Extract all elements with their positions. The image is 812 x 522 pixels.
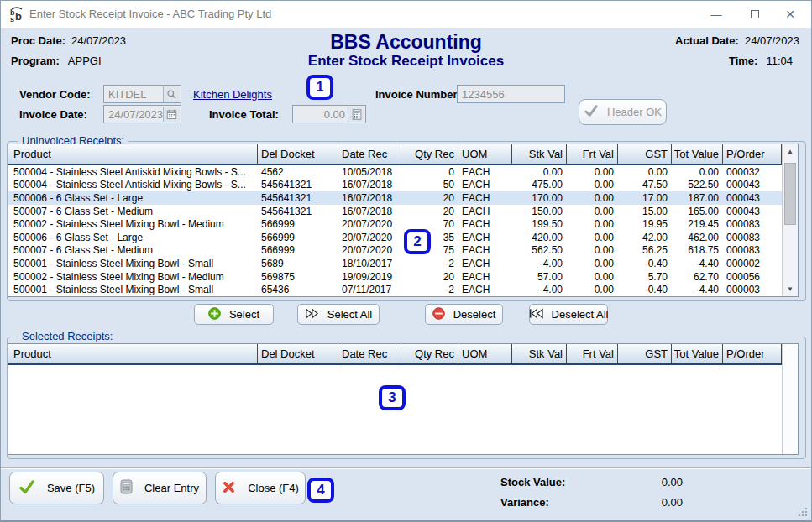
cell-p_order: 000043 bbox=[723, 205, 782, 218]
cell-product: 500001 - Stainless Steel Mixing Bowl - S… bbox=[8, 257, 258, 270]
time: Time:11:04 bbox=[729, 55, 793, 67]
column-header-product[interactable]: Product bbox=[8, 144, 258, 164]
plus-circle-icon bbox=[208, 307, 221, 322]
invoice-date-value: 24/07/2023 bbox=[108, 108, 163, 121]
uninvoiced-scrollbar[interactable]: ▲ ▼ bbox=[782, 144, 798, 296]
title-bar[interactable]: b s b Enter Stock Receipt Invoice - ABC … bbox=[1, 1, 811, 28]
column-header-qty_rec[interactable]: Qty Rec bbox=[401, 344, 458, 363]
receipt-row[interactable]: 500007 - 6 Glass Set - Medium54564132116… bbox=[8, 205, 782, 218]
clear-entry-label: Clear Entry bbox=[144, 482, 199, 494]
close-button[interactable]: Close (F4) bbox=[215, 472, 306, 504]
bsb-logo-icon: b s b bbox=[9, 6, 24, 26]
vendor-lookup-button[interactable] bbox=[163, 86, 180, 102]
cell-frt_val: 0.00 bbox=[567, 231, 618, 244]
invoice-number-field[interactable]: 1234556 bbox=[457, 85, 565, 103]
save-button[interactable]: Save (F5) bbox=[9, 472, 104, 504]
cell-product: 500007 - 6 Glass Set - Medium bbox=[8, 205, 258, 218]
column-header-tot_value[interactable]: Tot Value bbox=[672, 144, 723, 164]
column-header-tot_value[interactable]: Tot Value bbox=[672, 344, 723, 363]
scroll-down-icon[interactable]: ▼ bbox=[783, 282, 798, 296]
cell-tot_value: 219.45 bbox=[672, 217, 723, 231]
column-header-qty_rec[interactable]: Qty Rec bbox=[401, 144, 458, 164]
cell-gst: 56.25 bbox=[618, 244, 672, 258]
cell-del_docket: 566999 bbox=[258, 231, 338, 244]
cell-frt_val: 0.00 bbox=[567, 217, 618, 231]
invoice-date-field[interactable]: 24/07/2023 bbox=[103, 105, 181, 123]
column-header-del_docket[interactable]: Del Docket bbox=[258, 144, 338, 164]
cell-tot_value: 165.00 bbox=[672, 205, 723, 218]
select-button[interactable]: Select bbox=[194, 304, 274, 325]
cell-qty_rec: 20 bbox=[401, 205, 458, 218]
resize-grip[interactable] bbox=[799, 508, 807, 516]
cell-date_rec: 19/09/2019 bbox=[338, 270, 401, 284]
selected-scrollbar[interactable] bbox=[782, 344, 798, 454]
cell-tot_value: 618.75 bbox=[672, 244, 723, 258]
select-all-label: Select All bbox=[327, 308, 372, 321]
column-header-stk_val[interactable]: Stk Val bbox=[512, 144, 567, 164]
cell-date_rec: 16/07/2018 bbox=[338, 191, 401, 205]
close-window-button[interactable]: ✕ bbox=[776, 1, 804, 28]
check-icon bbox=[584, 104, 599, 120]
select-all-button[interactable]: Select All bbox=[297, 304, 380, 325]
column-header-stk_val[interactable]: Stk Val bbox=[512, 344, 567, 363]
column-header-date_rec[interactable]: Date Rec bbox=[338, 344, 401, 363]
deselect-button[interactable]: Deselect bbox=[425, 304, 503, 325]
window-title: Enter Stock Receipt Invoice - ABC Tradin… bbox=[29, 8, 271, 20]
stock-value-label: Stock Value: bbox=[500, 476, 565, 488]
cell-uom: EACH bbox=[458, 270, 512, 284]
cell-product: 500004 - Stainless Steel Antiskid Mixing… bbox=[8, 165, 258, 179]
deselect-all-button[interactable]: Deselect All bbox=[529, 304, 608, 325]
column-header-gst[interactable]: GST bbox=[618, 144, 672, 164]
calendar-button[interactable] bbox=[163, 107, 180, 122]
uninvoiced-grid-body: 500004 - Stainless Steel Antiskid Mixing… bbox=[8, 165, 782, 296]
column-header-date_rec[interactable]: Date Rec bbox=[338, 144, 401, 164]
column-header-frt_val[interactable]: Frt Val bbox=[567, 144, 618, 164]
column-header-product[interactable]: Product bbox=[8, 344, 258, 363]
column-header-p_order[interactable]: P/Order bbox=[723, 144, 782, 164]
column-header-uom[interactable]: UOM bbox=[458, 344, 512, 363]
invoice-total-field[interactable]: 0.00 bbox=[292, 105, 366, 123]
close-x-icon bbox=[222, 480, 236, 497]
receipt-row[interactable]: 500002 - Stainless Steel Mixing Bowl - M… bbox=[8, 270, 782, 284]
maximize-button[interactable] bbox=[741, 1, 769, 28]
receipt-row[interactable]: 500006 - 6 Glass Set - Large54564132116/… bbox=[8, 191, 782, 205]
receipt-row[interactable]: 500004 - Stainless Steel Antiskid Mixing… bbox=[8, 179, 782, 192]
cell-qty_rec: -2 bbox=[401, 283, 458, 296]
receipt-row[interactable]: 500001 - Stainless Steel Mixing Bowl - S… bbox=[8, 257, 782, 270]
actual-date-value: 24/07/2023 bbox=[745, 34, 799, 47]
actual-date: Actual Date:24/07/2023 bbox=[675, 34, 799, 47]
scrollbar-thumb[interactable] bbox=[784, 163, 796, 225]
selected-grid-header: ProductDel DocketDate RecQty RecUOMStk V… bbox=[8, 344, 782, 365]
receipt-row[interactable]: 500007 - 6 Glass Set - Medium56699920/07… bbox=[8, 244, 782, 258]
cell-del_docket: 65436 bbox=[258, 283, 338, 296]
cell-qty_rec: -2 bbox=[401, 257, 458, 270]
header-ok-button[interactable]: Header OK bbox=[579, 99, 667, 125]
cell-uom: EACH bbox=[458, 244, 512, 258]
column-header-p_order[interactable]: P/Order bbox=[723, 344, 782, 363]
minimize-button[interactable]: — bbox=[702, 1, 731, 28]
vendor-name-link[interactable]: Kitchen Delights bbox=[193, 88, 272, 101]
cell-del_docket: 545641321 bbox=[258, 191, 338, 205]
vendor-code-value: KITDEL bbox=[108, 88, 147, 101]
vendor-code-label: Vendor Code: bbox=[19, 88, 91, 101]
svg-text:b: b bbox=[15, 10, 22, 23]
uninvoiced-grid-header: ProductDel DocketDate RecQty RecUOMStk V… bbox=[8, 144, 782, 165]
scroll-up-icon[interactable]: ▲ bbox=[783, 144, 798, 159]
vendor-code-field[interactable]: KITDEL bbox=[103, 85, 181, 103]
invoice-total-label: Invoice Total: bbox=[209, 108, 279, 121]
column-header-gst[interactable]: GST bbox=[618, 344, 672, 363]
cell-date_rec: 20/07/2020 bbox=[338, 244, 401, 258]
column-header-frt_val[interactable]: Frt Val bbox=[567, 344, 618, 363]
column-header-uom[interactable]: UOM bbox=[458, 144, 512, 164]
column-header-del_docket[interactable]: Del Docket bbox=[258, 344, 338, 363]
receipt-row[interactable]: 500002 - Stainless Steel Mixing Bowl - M… bbox=[8, 217, 782, 231]
cell-qty_rec: 0 bbox=[401, 165, 458, 179]
cell-stk_val: 475.00 bbox=[512, 179, 567, 192]
calculator-button[interactable] bbox=[348, 107, 364, 122]
clear-entry-button[interactable]: Clear Entry bbox=[113, 472, 207, 504]
invoice-number-label: Invoice Number: bbox=[375, 88, 461, 101]
receipt-row[interactable]: 500004 - Stainless Steel Antiskid Mixing… bbox=[8, 165, 782, 179]
receipt-row[interactable]: 500001 - Stainless Steel Mixing Bowl - S… bbox=[8, 283, 782, 296]
receipt-row[interactable]: 500006 - 6 Glass Set - Large56699920/07/… bbox=[8, 231, 782, 244]
cell-frt_val: 0.00 bbox=[567, 257, 618, 270]
